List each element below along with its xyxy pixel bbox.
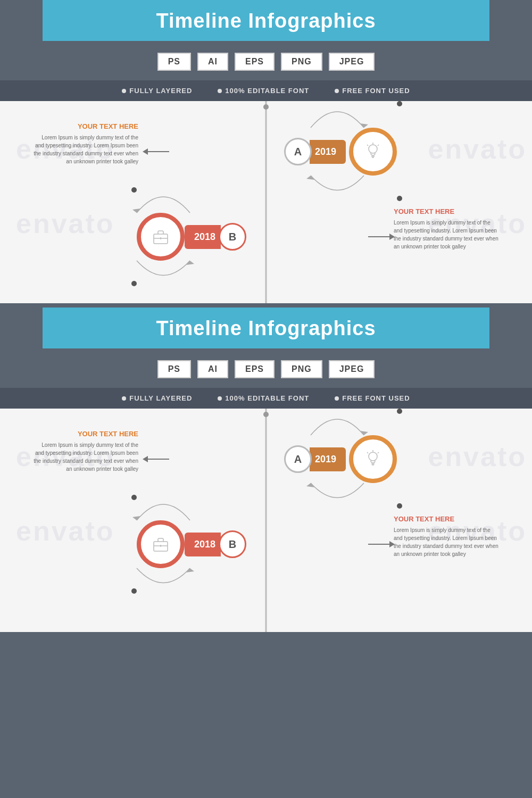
timeline-dot-top-2 bbox=[263, 412, 269, 417]
curve-arrow-a2-bottom bbox=[305, 480, 369, 510]
svg-marker-8 bbox=[132, 209, 140, 213]
feature-layered-2: FULLY LAYERED bbox=[122, 394, 192, 402]
arrow-left-2 bbox=[143, 456, 169, 462]
heading-b-2: YOUR TEXT HERE bbox=[394, 515, 500, 523]
features-bar-1: FULLY LAYERED 100% EDITABLE FONT FREE FO… bbox=[0, 80, 532, 101]
deco-dot-a2-bottom bbox=[397, 503, 402, 509]
format-row-1: PS AI EPS PNG JPEG bbox=[0, 41, 532, 80]
feature-editable-1: 100% EDITABLE FONT bbox=[218, 87, 309, 95]
svg-marker-21 bbox=[132, 516, 140, 520]
svg-marker-12 bbox=[186, 261, 194, 265]
badge-jpeg-1: JPEG bbox=[329, 53, 375, 71]
svg-line-19 bbox=[378, 452, 379, 453]
dot-layered-2 bbox=[122, 396, 126, 401]
badge-eps-1: EPS bbox=[235, 53, 275, 71]
body-b-2: Lorem Ipsum is simply dummy text of the … bbox=[394, 526, 500, 558]
briefcase-icon-1 bbox=[151, 227, 171, 247]
text-block-a-1: YOUR TEXT HERE Lorem Ipsum is simply dum… bbox=[32, 122, 138, 165]
main-title-2: Timeline Infographics bbox=[43, 317, 489, 340]
circle-b-2: B bbox=[219, 530, 246, 558]
arrow-line-h-right-1 bbox=[368, 236, 389, 237]
svg-point-14 bbox=[369, 452, 377, 461]
icon-circle-a-2 bbox=[349, 435, 397, 483]
curve-arrow-b2-bottom bbox=[131, 566, 195, 595]
circle-b-1: B bbox=[219, 223, 246, 251]
features-bar-2: FULLY LAYERED 100% EDITABLE FONT FREE FO… bbox=[0, 388, 532, 409]
svg-line-6 bbox=[378, 145, 379, 146]
svg-line-18 bbox=[367, 452, 368, 453]
badge-png-1: PNG bbox=[281, 53, 322, 71]
briefcase-icon-2 bbox=[151, 534, 171, 554]
year-band-b-1: 2018 bbox=[185, 225, 221, 249]
arrow-right-2 bbox=[368, 541, 395, 547]
curve-arrow-a-bottom-1 bbox=[305, 173, 369, 202]
arrow-left-1 bbox=[143, 148, 169, 155]
svg-point-1 bbox=[369, 145, 377, 153]
badge-jpeg-2: JPEG bbox=[329, 360, 375, 378]
arrow-line-h-left-1 bbox=[148, 151, 169, 152]
year-band-a-1: 2019 bbox=[310, 140, 346, 164]
curve-arrow-b-top-1 bbox=[131, 186, 195, 215]
title-bar-2: Timeline Infographics bbox=[43, 307, 489, 348]
section-1: Timeline Infographics PS AI EPS PNG JPEG… bbox=[0, 0, 532, 303]
deco-dot-a-bottom-1 bbox=[397, 196, 402, 201]
dot-editable-1 bbox=[218, 89, 222, 93]
row-b-1: 2018 B YOUR TEXT HERE Lorem bbox=[0, 213, 532, 261]
feature-layered-1: FULLY LAYERED bbox=[122, 87, 192, 95]
body-b-1: Lorem Ipsum is simply dummy text of the … bbox=[394, 219, 500, 251]
badge-ps-2: PS bbox=[157, 360, 191, 378]
main-title-1: Timeline Infographics bbox=[43, 10, 489, 32]
arrow-head-left-1 bbox=[143, 148, 148, 155]
text-block-b-2: YOUR TEXT HERE Lorem Ipsum is simply dum… bbox=[394, 515, 500, 558]
arrow-right-1 bbox=[368, 234, 395, 240]
format-row-2: PS AI EPS PNG JPEG bbox=[0, 348, 532, 388]
icon-circle-b-2 bbox=[137, 520, 185, 568]
body-a-1: Lorem Ipsum is simply dummy text of the … bbox=[32, 134, 138, 165]
deco-dot-a-top-1 bbox=[397, 101, 402, 106]
feature-editable-2: 100% EDITABLE FONT bbox=[218, 394, 309, 402]
row-b-2: 2018 B YOUR TEXT HERE Lorem Ipsum is sim… bbox=[0, 520, 532, 568]
svg-line-5 bbox=[367, 145, 368, 146]
row-a-1: YOUR TEXT HERE Lorem Ipsum is simply dum… bbox=[0, 128, 532, 176]
deco-dot-b-top-1 bbox=[131, 187, 137, 193]
badge-png-2: PNG bbox=[281, 360, 322, 378]
dot-editable-2 bbox=[218, 396, 222, 401]
body-a-2: Lorem Ipsum is simply dummy text of the … bbox=[32, 441, 138, 473]
curve-arrow-b-bottom-1 bbox=[131, 258, 195, 287]
svg-marker-13 bbox=[360, 431, 368, 435]
dot-font-2 bbox=[335, 396, 339, 401]
svg-marker-7 bbox=[306, 176, 314, 180]
svg-marker-20 bbox=[306, 483, 314, 487]
timeline-dot-top-1 bbox=[263, 104, 269, 110]
badge-ps-1: PS bbox=[157, 53, 191, 71]
section-2: Timeline Infographics PS AI EPS PNG JPEG… bbox=[0, 307, 532, 632]
heading-b-1: YOUR TEXT HERE bbox=[394, 207, 500, 215]
heading-a-1: YOUR TEXT HERE bbox=[32, 122, 138, 130]
svg-marker-0 bbox=[360, 123, 368, 128]
infographic-2: envato envato envato envato YOUR TEXT HE… bbox=[0, 409, 532, 632]
feature-font-1: FREE FONT USED bbox=[335, 87, 410, 95]
svg-marker-25 bbox=[186, 568, 194, 572]
row-a-2: YOUR TEXT HERE Lorem Ipsum is simply dum… bbox=[0, 435, 532, 483]
deco-dot-a2-top bbox=[397, 409, 402, 414]
year-band-b-2: 2018 bbox=[185, 533, 221, 556]
deco-dot-b2-top bbox=[131, 495, 137, 500]
infographic-1: envato envato envato envato YOUR TEXT HE… bbox=[0, 101, 532, 303]
arrow-head-left-2 bbox=[143, 456, 148, 462]
lightbulb-icon-2 bbox=[363, 449, 383, 469]
circle-a-1: A bbox=[284, 138, 312, 165]
badge-ai-2: AI bbox=[197, 360, 228, 378]
curve-arrow-a-top-1 bbox=[305, 101, 369, 130]
icon-circle-b-1 bbox=[137, 213, 185, 261]
deco-dot-b-bottom-1 bbox=[131, 281, 137, 286]
year-band-a-2: 2019 bbox=[310, 447, 346, 471]
arrow-line-h-left-2 bbox=[148, 459, 169, 460]
text-block-b-1: YOUR TEXT HERE Lorem Ipsum is simply dum… bbox=[394, 207, 500, 251]
heading-a-2: YOUR TEXT HERE bbox=[32, 430, 138, 438]
dot-layered-1 bbox=[122, 89, 126, 93]
badge-eps-2: EPS bbox=[235, 360, 275, 378]
arrow-line-h-right-2 bbox=[368, 544, 389, 545]
deco-dot-b2-bottom bbox=[131, 588, 137, 594]
text-block-a-2: YOUR TEXT HERE Lorem Ipsum is simply dum… bbox=[32, 430, 138, 473]
title-bar-1: Timeline Infographics bbox=[43, 0, 489, 41]
